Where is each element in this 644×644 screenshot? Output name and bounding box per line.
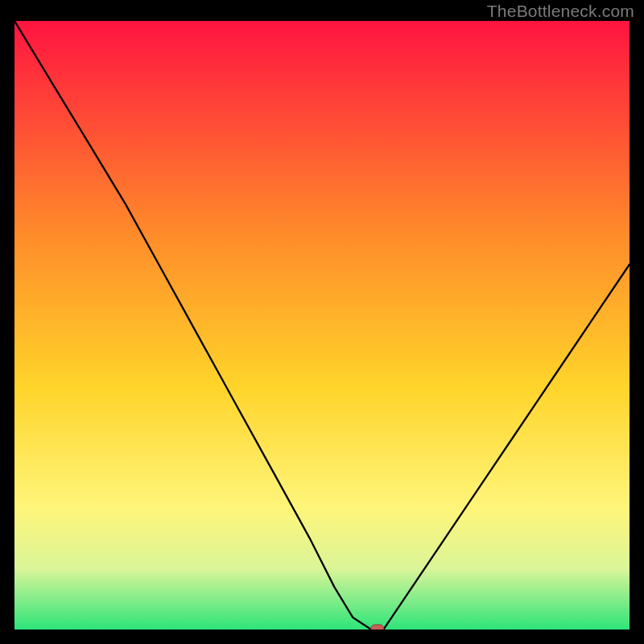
bottleneck-chart — [14, 21, 630, 630]
chart-background — [14, 21, 630, 630]
optimal-point-marker — [371, 625, 384, 630]
chart-frame: TheBottleneck.com — [0, 0, 644, 644]
watermark-text: TheBottleneck.com — [487, 2, 634, 21]
chart-svg — [14, 21, 630, 630]
